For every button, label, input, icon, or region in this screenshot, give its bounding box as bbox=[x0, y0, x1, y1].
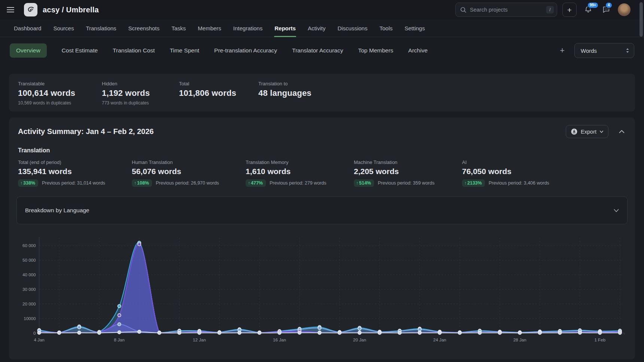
stat-label: Translatable bbox=[18, 81, 102, 86]
subnav-tab-pretranslation-accuracy[interactable]: Pre-translation Accuracy bbox=[214, 47, 277, 54]
svg-text:30 000: 30 000 bbox=[22, 287, 36, 292]
svg-text:16 Jan: 16 Jan bbox=[273, 337, 286, 342]
unit-select[interactable]: Words bbox=[574, 43, 634, 58]
stat-value: 100,614 words bbox=[18, 88, 102, 98]
export-button[interactable]: Export bbox=[566, 125, 608, 138]
stat-total: Total 101,806 words bbox=[179, 81, 258, 106]
page-title: acsy / Umbrella bbox=[43, 6, 99, 14]
search-icon bbox=[460, 7, 467, 13]
stat-value: 48 languages bbox=[258, 88, 312, 98]
select-arrows-icon bbox=[626, 48, 629, 53]
stat-note: 10,569 words in duplicates bbox=[18, 100, 102, 106]
subnav-tab-translation-cost[interactable]: Translation Cost bbox=[113, 47, 155, 54]
notifications-count-badge: 99+ bbox=[587, 2, 599, 9]
nav-tab-settings[interactable]: Settings bbox=[404, 19, 425, 37]
notifications-button[interactable]: 99+ bbox=[582, 3, 595, 16]
svg-text:28 Jan: 28 Jan bbox=[513, 337, 526, 342]
arrow-up-icon: ↑ bbox=[134, 180, 136, 186]
vertical-scrollbar[interactable] bbox=[640, 2, 643, 37]
subnav-tab-overview[interactable]: Overview bbox=[10, 43, 47, 58]
create-project-button[interactable]: + bbox=[562, 3, 577, 17]
nav-tab-tools[interactable]: Tools bbox=[379, 19, 393, 37]
svg-text:4 Jan: 4 Jan bbox=[34, 337, 44, 342]
search-input[interactable] bbox=[470, 7, 546, 13]
caret-down-icon bbox=[600, 131, 603, 133]
export-icon bbox=[571, 128, 577, 135]
stat-value: 101,806 words bbox=[179, 88, 258, 98]
metric-value: 135,941 words bbox=[18, 167, 132, 176]
breakdown-by-language-panel[interactable]: Breakdown by Language bbox=[16, 197, 628, 224]
stat-hidden: Hidden 1,192 words 773 words in duplicat… bbox=[102, 81, 179, 106]
subnav-tab-top-members[interactable]: Top Members bbox=[358, 47, 393, 54]
subnav-tab-time-spent[interactable]: Time Spent bbox=[170, 47, 199, 54]
activity-summary-title: Activity Summary: Jan 4 – Feb 2, 2026 bbox=[18, 127, 154, 136]
breakdown-by-language-label: Breakdown by Language bbox=[25, 207, 89, 214]
stat-translation-to: Translation to 48 languages bbox=[258, 81, 312, 106]
chevron-down-icon bbox=[614, 207, 619, 214]
subnav-tab-translator-accuracy[interactable]: Translator Accuracy bbox=[292, 47, 343, 54]
export-button-label: Export bbox=[581, 129, 596, 135]
metric-value: 56,076 words bbox=[132, 167, 246, 176]
subnav-tab-cost-estimate[interactable]: Cost Estimate bbox=[62, 47, 98, 54]
previous-period-text: Previous period: 31,014 words bbox=[42, 180, 105, 186]
topbar: acsy / Umbrella / + 99+ 4 bbox=[0, 0, 644, 19]
metric-ai: AI 76,050 words ↑2133% Previous period: … bbox=[462, 159, 549, 187]
nav-tab-dashboard[interactable]: Dashboard bbox=[13, 19, 42, 37]
messages-count-badge: 4 bbox=[605, 2, 613, 9]
nav-tab-members[interactable]: Members bbox=[197, 19, 222, 37]
chat-icon bbox=[602, 9, 610, 15]
metric-label: AI bbox=[462, 159, 549, 165]
metric-label: Total (end of period) bbox=[18, 159, 132, 165]
nav-tab-translations[interactable]: Translations bbox=[85, 19, 116, 37]
avatar[interactable] bbox=[618, 3, 631, 16]
change-badge: ↑2133% bbox=[462, 179, 485, 187]
nav-tab-reports[interactable]: Reports bbox=[274, 19, 296, 37]
subnav-tab-archive[interactable]: Archive bbox=[408, 47, 428, 54]
metric-translation-memory: Translation Memory 1,610 words ↑477% Pre… bbox=[246, 159, 354, 187]
change-badge: ↑108% bbox=[132, 179, 152, 187]
stat-label: Translation to bbox=[258, 81, 312, 86]
nav-tab-activity[interactable]: Activity bbox=[307, 19, 326, 37]
nav-tab-tasks[interactable]: Tasks bbox=[171, 19, 186, 37]
change-badge: ↑338% bbox=[18, 179, 38, 187]
metric-value: 76,050 words bbox=[462, 167, 549, 176]
arrow-up-icon: ↑ bbox=[248, 180, 250, 186]
search-shortcut-badge: / bbox=[546, 6, 554, 13]
bell-icon bbox=[584, 9, 592, 15]
svg-text:24 Jan: 24 Jan bbox=[433, 337, 446, 342]
svg-text:8 Jan: 8 Jan bbox=[114, 337, 124, 342]
stat-note: 773 words in duplicates bbox=[102, 100, 179, 106]
search-box[interactable]: / bbox=[455, 3, 557, 17]
stat-translatable: Translatable 100,614 words 10,569 words … bbox=[18, 81, 102, 106]
svg-text:60 000: 60 000 bbox=[22, 243, 36, 248]
nav-tab-discussions[interactable]: Discussions bbox=[337, 19, 368, 37]
translation-metrics: Total (end of period) 135,941 words ↑338… bbox=[18, 159, 626, 187]
previous-period-text: Previous period: 3,406 words bbox=[489, 180, 549, 186]
collapse-section-button[interactable] bbox=[617, 127, 626, 136]
change-badge: ↑477% bbox=[246, 179, 266, 187]
metric-value: 1,610 words bbox=[246, 167, 354, 176]
nav-tab-screenshots[interactable]: Screenshots bbox=[128, 19, 160, 37]
metric-machine-translation: Machine Translation 2,205 words ↑514% Pr… bbox=[354, 159, 462, 187]
menu-icon[interactable] bbox=[7, 4, 18, 15]
main-nav: Dashboard Sources Translations Screensho… bbox=[0, 19, 644, 37]
previous-period-text: Previous period: 26,970 words bbox=[156, 180, 219, 186]
change-badge: ↑514% bbox=[354, 179, 374, 187]
svg-text:0: 0 bbox=[33, 331, 36, 335]
stat-label: Hidden bbox=[102, 81, 179, 86]
nav-tab-integrations[interactable]: Integrations bbox=[233, 19, 263, 37]
stat-label: Total bbox=[179, 81, 258, 86]
summary-card: Translatable 100,614 words 10,569 words … bbox=[9, 74, 635, 112]
metric-label: Human Translation bbox=[132, 159, 246, 165]
svg-text:1 Feb: 1 Feb bbox=[594, 337, 605, 342]
reports-subnav: Overview Cost Estimate Translation Cost … bbox=[0, 37, 644, 64]
messages-button[interactable]: 4 bbox=[600, 3, 613, 16]
add-report-button[interactable]: + bbox=[560, 46, 565, 55]
metric-label: Translation Memory bbox=[246, 159, 354, 165]
svg-text:40 000: 40 000 bbox=[22, 272, 36, 277]
metric-total-end-of-period: Total (end of period) 135,941 words ↑338… bbox=[18, 159, 132, 187]
nav-tab-sources[interactable]: Sources bbox=[53, 19, 74, 37]
svg-text:20 000: 20 000 bbox=[22, 301, 36, 306]
arrow-up-icon: ↑ bbox=[20, 180, 22, 186]
previous-period-text: Previous period: 279 words bbox=[270, 180, 326, 186]
